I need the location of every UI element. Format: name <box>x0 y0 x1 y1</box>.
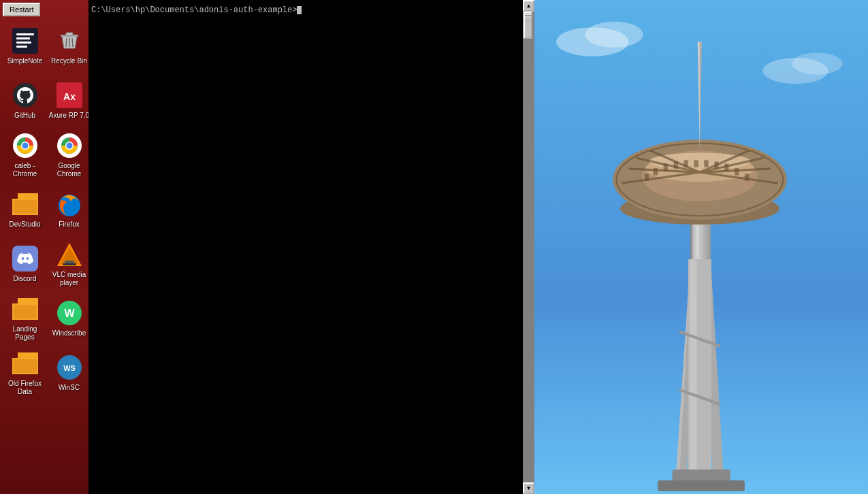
scrollbar-track <box>523 12 534 482</box>
desktop-icon-recycle[interactable]: Recycle Bin <box>47 19 91 73</box>
svg-rect-28 <box>14 305 37 318</box>
svg-rect-55 <box>664 164 668 171</box>
recycle-icon <box>56 27 83 54</box>
github-icon <box>12 82 39 109</box>
desktop-icon-firefox[interactable]: Firefox <box>47 182 91 237</box>
landing-pages-icon <box>12 295 39 323</box>
terminal-window: C:\Users\hp\Documents\adonis-auth-exampl… <box>89 0 534 494</box>
axure-icon: Ax <box>56 82 83 109</box>
svg-rect-2 <box>16 37 30 39</box>
devstudio-label: DevStudio <box>9 220 40 229</box>
svg-rect-0 <box>12 28 38 54</box>
svg-line-9 <box>72 38 73 47</box>
simplenote-label: SimpleNote <box>7 57 43 65</box>
desktop-icon-devstudio[interactable]: DevStudio <box>3 182 47 237</box>
svg-rect-27 <box>63 263 76 265</box>
desktop-icon-github[interactable]: GitHub <box>3 73 47 128</box>
desktop-icon-vlc[interactable]: VLC media player <box>47 237 91 291</box>
svg-rect-1 <box>16 33 34 35</box>
github-label: GitHub <box>14 112 35 120</box>
desktop-icon-axure[interactable]: Ax Axure RP 7.0 <box>47 73 91 128</box>
google-chrome-label: Google Chrome <box>48 162 90 178</box>
desktop-icon-discord[interactable]: Discord <box>3 237 47 291</box>
desktop-icon-windscribe[interactable]: W Windscribe <box>47 291 91 346</box>
svg-rect-53 <box>645 174 649 181</box>
svg-point-10 <box>13 83 37 108</box>
desktop-icon-caleb-chrome[interactable]: caleb - Chrome <box>3 128 47 182</box>
svg-rect-56 <box>674 161 678 169</box>
axure-label: Axure RP 7.0 <box>49 112 89 120</box>
discord-label: Discord <box>14 275 37 283</box>
windscribe-label: Windscribe <box>52 329 86 337</box>
old-firefox-icon <box>12 350 39 377</box>
landing-pages-label: Landing Pages <box>4 325 46 342</box>
desktop-icon-winsc[interactable]: WS WinSC <box>47 346 91 400</box>
svg-rect-3 <box>16 42 31 44</box>
svg-text:Ax: Ax <box>63 91 76 102</box>
svg-rect-70 <box>658 480 745 491</box>
svg-rect-31 <box>14 359 37 373</box>
desktop-left-panel: Restart SimpleNote <box>0 0 89 494</box>
svg-rect-21 <box>14 200 37 214</box>
desktop-wallpaper <box>534 0 868 494</box>
desktop-icon-landing-pages[interactable]: Landing Pages <box>3 291 47 346</box>
svg-rect-60 <box>714 161 718 169</box>
desktop-icons-grid: SimpleNote Recycle Bin <box>0 16 89 400</box>
terminal-content[interactable]: C:\Users\hp\Documents\adonis-auth-exampl… <box>89 0 534 20</box>
google-chrome-icon <box>56 132 83 159</box>
svg-rect-4 <box>16 46 27 48</box>
restart-button[interactable]: Restart <box>3 3 40 16</box>
svg-line-7 <box>66 38 67 47</box>
svg-rect-26 <box>65 261 74 263</box>
desktop-icon-google-chrome[interactable]: Google Chrome <box>47 128 91 182</box>
scrollbar-grip-lines <box>525 14 531 21</box>
svg-rect-57 <box>684 160 688 167</box>
svg-rect-58 <box>694 160 698 167</box>
winsc-label: WinSC <box>59 384 80 392</box>
scrollbar-down-button[interactable]: ▼ <box>523 482 534 494</box>
svg-rect-63 <box>745 174 749 181</box>
vlc-icon <box>56 241 83 268</box>
simplenote-icon <box>12 27 39 54</box>
svg-point-20 <box>66 143 72 149</box>
devstudio-icon <box>12 191 39 218</box>
vlc-label: VLC media player <box>48 271 90 287</box>
svg-point-76 <box>792 53 843 75</box>
svg-rect-62 <box>735 168 739 176</box>
terminal-path: C:\Users\hp\Documents\adonis-auth-exampl… <box>91 5 297 15</box>
firefox-icon <box>56 191 83 218</box>
windscribe-icon: W <box>56 299 83 327</box>
svg-point-74 <box>585 22 643 48</box>
caleb-chrome-label: caleb - Chrome <box>4 162 46 178</box>
terminal-wrapper: C:\Users\hp\Documents\adonis-auth-exampl… <box>89 0 534 494</box>
winsc-icon: WS <box>56 354 83 381</box>
desktop-icon-old-firefox[interactable]: Old Firefox Data <box>3 346 47 400</box>
svg-point-16 <box>22 143 28 149</box>
svg-rect-54 <box>654 168 658 176</box>
terminal-cursor <box>297 6 302 14</box>
svg-text:W: W <box>64 308 75 319</box>
svg-rect-68 <box>690 259 697 477</box>
desktop-icon-simplenote[interactable]: SimpleNote <box>3 19 47 73</box>
firefox-label: Firefox <box>59 220 80 229</box>
svg-rect-6 <box>66 33 73 35</box>
caleb-chrome-icon <box>12 132 39 159</box>
svg-rect-61 <box>724 164 728 171</box>
old-firefox-label: Old Firefox Data <box>4 380 46 396</box>
svg-text:WS: WS <box>63 364 76 372</box>
scrollbar-up-button[interactable]: ▲ <box>523 0 534 12</box>
svg-rect-59 <box>704 160 708 167</box>
recycle-label: Recycle Bin <box>51 57 87 65</box>
discord-icon <box>12 245 39 272</box>
terminal-scrollbar: ▲ ▼ <box>523 0 534 494</box>
